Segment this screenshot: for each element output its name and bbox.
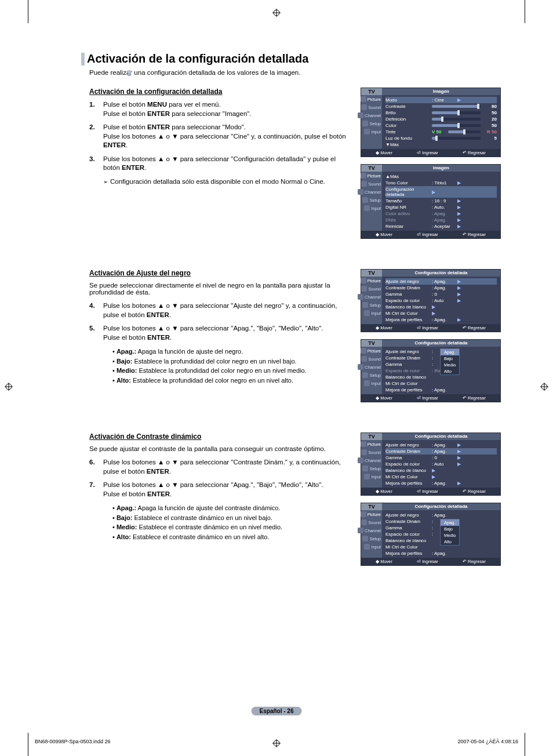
osd-arrow-icon: ▶ <box>457 298 461 303</box>
osd-row-value: : Apag. <box>432 285 455 290</box>
osd-slider <box>432 124 481 127</box>
osd-main: Ajuste del negro: Apag.▶Contraste Dinám:… <box>382 277 500 324</box>
osd-tv-tab: TV <box>361 433 382 440</box>
osd-side-item: Setup <box>361 196 382 204</box>
osd-row-value: : 0 <box>432 455 455 460</box>
osd-row-label: Balanceo de blanco <box>385 538 430 543</box>
osd-row: Luz de fondo5 <box>385 135 497 141</box>
osd-side-icon <box>361 356 367 362</box>
osd-arrow-icon: ▶ <box>432 311 435 316</box>
osd-side-icon <box>362 197 368 203</box>
osd-side-item: Picture <box>361 277 382 285</box>
osd-row-label: Tamaño <box>385 198 430 203</box>
osd-side-icon <box>361 449 367 455</box>
osd-row-label: Contraste Dinám <box>385 355 430 361</box>
osd-side-item: Setup <box>361 464 382 472</box>
osd-arrow-icon: ▶ <box>432 474 435 479</box>
osd-row-label: Configuración detallada <box>385 187 430 197</box>
step-text: Pulse los botones ▲ o ▼ para seleccionar… <box>103 155 349 173</box>
osd-hint-return: ↶ Regresar <box>463 232 486 237</box>
osd-side-item: Picture <box>361 95 382 103</box>
osd-side-item: Input <box>361 204 382 212</box>
osd-row-number: R 50 <box>483 129 497 135</box>
osd-row-value: : Apag. <box>432 217 455 223</box>
osd-row-number: 80 <box>483 104 497 109</box>
osd-row: Mejora de perfiles: Apag. <box>385 387 497 393</box>
osd-side-item: Picture <box>361 172 382 180</box>
osd-side-item: Channel <box>361 293 382 301</box>
osd-arrow-icon: ▶ <box>432 304 435 310</box>
step-number: 6. <box>89 458 103 476</box>
osd-row: Tono Color: Tibio1▶ <box>385 180 497 186</box>
osd-tv-tab: TV <box>361 503 382 510</box>
osd-arrow-icon: ▶ <box>457 292 461 297</box>
osd-row-label: Gamma <box>385 455 430 460</box>
definition-item: • Alto: Establece el contraste dinámico … <box>112 532 349 542</box>
osd-side-icon <box>362 302 368 308</box>
osd-side-icon <box>364 310 370 316</box>
osd-hint-move: ◆ Mover <box>376 489 392 494</box>
osd-popup-option: Alto <box>441 539 459 545</box>
osd-main: ▲MásTono Color: Tibio1▶Configuración det… <box>382 172 500 231</box>
step-number: 2. <box>89 123 103 150</box>
osd-arrow-icon: ▶ <box>457 217 461 223</box>
osd-row: DNIe: Apag.▶ <box>385 217 497 223</box>
osd-side-icon <box>358 112 363 118</box>
osd-hint-enter: ⏎ Ingresar <box>417 395 438 401</box>
osd-arrow-icon: ▶ <box>457 449 461 454</box>
osd-row-label: Brillo <box>385 110 430 115</box>
osd-row: Espacio de color: Auto▶ <box>385 297 497 304</box>
osd-row-value: : Apag. <box>432 279 455 284</box>
osd-row: Modo: Cine▶ <box>385 97 497 103</box>
osd-arrow-icon: ▶ <box>457 279 461 284</box>
osd-row: Tamaño: 16 : 9▶ <box>385 198 497 204</box>
section-2: Activación de Ajuste del negro Se puede … <box>81 269 501 409</box>
osd-row: Mejora de perfiles: Apag. <box>385 550 497 557</box>
osd-side-icon <box>362 536 368 541</box>
registration-mark-left <box>5 383 13 391</box>
osd-row-number: 50 <box>483 110 497 115</box>
osd-imagen-1: TVImagenPictureSoundChannelSetupInputMod… <box>361 88 501 157</box>
osd-row-label: Ajuste del negro <box>385 442 430 448</box>
osd-row: Balanceo de blanco▶ <box>385 467 497 474</box>
osd-row-value: : Apag. <box>432 387 455 392</box>
osd-tint-left: V 50 <box>432 129 446 135</box>
osd-sidebar: PictureSoundChannelSetupInput <box>361 172 382 231</box>
registration-mark-top <box>272 9 281 17</box>
osd-row-value: : Auto <box>432 298 455 303</box>
osd-popup-option: Apag. <box>441 349 459 355</box>
osd-hint-enter: ⏎ Ingresar <box>417 559 438 564</box>
definition-term: Bajo: <box>117 358 133 365</box>
step-text: Pulse el botón ENTER para seleccionar "M… <box>103 123 349 150</box>
step-number: 4. <box>89 301 103 319</box>
osd-row-label: Mi Ctrl de Color <box>385 474 430 479</box>
osd-row-label: Balanceo de blanco <box>385 375 430 380</box>
osd-row: Mi Ctrl de Color▶ <box>385 310 497 317</box>
osd-row: Contraste Dinám: Apag.▶ <box>385 285 497 291</box>
osd-row-label: Mi Ctrl de Color <box>385 381 430 386</box>
osd-side-item: Sound <box>361 103 382 111</box>
osd-side-icon <box>361 519 367 525</box>
osd-title: Configuración detallada <box>382 270 500 277</box>
osd-main: Modo: Cine▶Contraste80Brillo50Definición… <box>382 95 500 149</box>
osd-row-label: Ajuste del negro <box>385 513 430 518</box>
note-text: Configuración detallada sólo está dispon… <box>110 177 325 187</box>
osd-row-label: Espacio de color <box>385 461 430 467</box>
osd-side-icon <box>361 441 366 447</box>
osd-side-icon <box>358 189 363 195</box>
step-number: 3. <box>89 155 103 173</box>
osd-row-label: Espacio de color <box>385 368 430 373</box>
osd-side-icon <box>361 104 367 110</box>
definition-item: • Apag.: Apaga la función de ajuste del … <box>112 347 349 357</box>
osd-tv-tab: TV <box>361 165 382 172</box>
osd-row-label: Tono Color <box>385 180 430 186</box>
osd-footer: ◆ Mover⏎ Ingresar↶ Regresar <box>361 231 500 238</box>
osd-row: Gamma: 0▶ <box>385 455 497 461</box>
note: ➢ Configuración detallada sólo está disp… <box>103 177 349 187</box>
osd-row: Configuración detallada▶ <box>385 186 497 198</box>
definition-desc: Establece el contraste dinámico en un ni… <box>137 524 282 530</box>
osd-side-icon <box>358 364 363 370</box>
osd-main: Ajuste del negro: Apag.Contraste Dinám:A… <box>382 510 500 558</box>
step-item: 6.Pulse los botones ▲ o ▼ para seleccion… <box>89 458 349 476</box>
definition-desc: Establece la profundidad del color negro… <box>132 358 296 365</box>
